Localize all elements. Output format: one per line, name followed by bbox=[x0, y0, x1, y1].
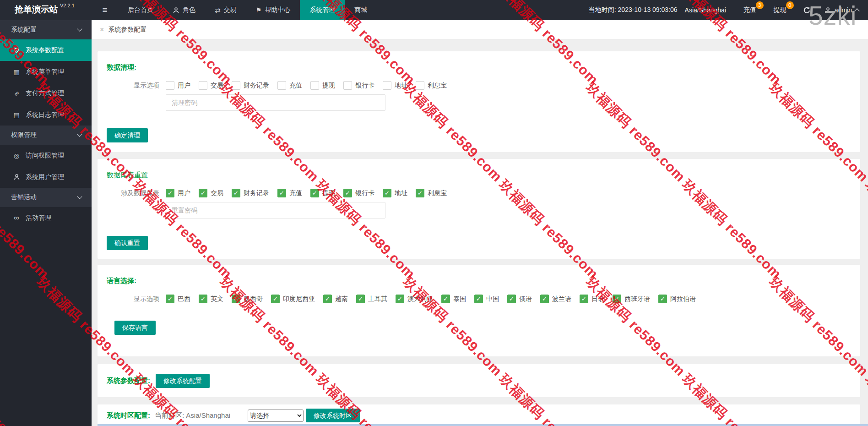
topbar-item[interactable]: 后台首页 bbox=[118, 0, 163, 20]
checkbox-checked[interactable]: ✓ bbox=[323, 295, 332, 303]
checkbox-option-波兰语[interactable]: ✓波兰语 bbox=[540, 295, 571, 303]
topbar-action-充值[interactable]: 充值3 bbox=[743, 6, 756, 14]
checkbox-checked[interactable]: ✓ bbox=[441, 295, 450, 303]
checkbox-checked[interactable]: ✓ bbox=[343, 189, 352, 197]
checkbox-checked[interactable]: ✓ bbox=[658, 295, 667, 303]
checkbox-option-交易[interactable]: ✓交易 bbox=[199, 189, 223, 197]
checkbox-unchecked[interactable] bbox=[232, 81, 240, 90]
checkbox-option-银行卡[interactable]: ✓银行卡 bbox=[343, 189, 374, 197]
checkbox-checked[interactable]: ✓ bbox=[199, 295, 207, 303]
checkbox-checked[interactable]: ✓ bbox=[540, 295, 549, 303]
topbar-item[interactable]: 商城 bbox=[345, 0, 377, 20]
modify-timezone-button[interactable]: 修改系统时区 bbox=[306, 409, 360, 422]
checkbox-label: 利息宝 bbox=[428, 82, 447, 90]
checkbox-option-澳大利亚[interactable]: ✓澳大利亚 bbox=[396, 295, 433, 303]
checkbox-option-充值[interactable]: 充值 bbox=[277, 81, 302, 90]
close-icon[interactable]: × bbox=[100, 26, 104, 33]
checkbox-checked[interactable]: ✓ bbox=[232, 189, 240, 197]
checkbox-checked[interactable]: ✓ bbox=[166, 295, 174, 303]
save-language-button[interactable]: 保存语言 bbox=[114, 321, 156, 335]
checkbox-checked[interactable]: ✓ bbox=[613, 295, 621, 303]
checkbox-checked[interactable]: ✓ bbox=[356, 295, 365, 303]
checkbox-option-西班牙语[interactable]: ✓西班牙语 bbox=[613, 295, 650, 303]
checkbox-option-交易[interactable]: 交易 bbox=[199, 81, 223, 90]
sidebar-section-营销活动[interactable]: 营销活动 bbox=[0, 188, 92, 207]
checkbox-unchecked[interactable] bbox=[310, 81, 319, 90]
checkbox-checked[interactable]: ✓ bbox=[232, 295, 240, 303]
tab-system-param-config[interactable]: 系统参数配置 bbox=[108, 26, 146, 34]
checkbox-checked[interactable]: ✓ bbox=[396, 295, 404, 303]
topbar-item[interactable]: 角色 bbox=[163, 0, 205, 20]
reset-password-input[interactable] bbox=[166, 202, 385, 218]
horizontal-scrollbar[interactable] bbox=[98, 424, 868, 426]
checkbox-unchecked[interactable] bbox=[199, 81, 207, 90]
checkbox-unchecked[interactable] bbox=[383, 81, 391, 90]
checkbox-option-巴西[interactable]: ✓巴西 bbox=[166, 295, 190, 303]
topbar-right: 当地时间: 2023-10-13 09:03:06 Asia/Shanghai … bbox=[589, 0, 868, 20]
checkbox-option-提现[interactable]: ✓提现 bbox=[310, 189, 335, 197]
sidebar-item-系统菜单管理[interactable]: ▦系统菜单管理 bbox=[0, 61, 92, 82]
timezone-select[interactable]: 请选择 bbox=[248, 410, 304, 422]
topbar-item[interactable]: 系统管理 bbox=[300, 0, 345, 20]
checkbox-checked[interactable]: ✓ bbox=[271, 295, 280, 303]
topbar: 抢单演示站 V2.2.1 ≡ 后台首页角色⇄交易⚑帮助中心系统管理商城 当地时间… bbox=[0, 0, 868, 20]
checkbox-option-银行卡[interactable]: 银行卡 bbox=[343, 81, 374, 90]
checkbox-option-财务记录[interactable]: 财务记录 bbox=[232, 81, 269, 90]
checkbox-checked[interactable]: ✓ bbox=[507, 295, 516, 303]
checkbox-option-中国[interactable]: ✓中国 bbox=[474, 295, 499, 303]
topbar-item[interactable]: ⇄交易 bbox=[205, 0, 246, 20]
checkbox-unchecked[interactable] bbox=[416, 81, 424, 90]
sidebar-item-访问权限管理[interactable]: ◎访问权限管理 bbox=[0, 145, 92, 166]
sidebar-item-系统参数配置[interactable]: ⚙系统参数配置 bbox=[0, 39, 92, 61]
checkbox-checked[interactable]: ✓ bbox=[416, 189, 424, 197]
checkbox-option-阿拉伯语[interactable]: ✓阿拉伯语 bbox=[658, 295, 696, 303]
checkbox-option-俄语[interactable]: ✓俄语 bbox=[507, 295, 532, 303]
checkbox-unchecked[interactable] bbox=[343, 81, 352, 90]
checkbox-option-日语[interactable]: ✓日语 bbox=[580, 295, 604, 303]
checkbox-option-越南[interactable]: ✓越南 bbox=[323, 295, 348, 303]
checkbox-unchecked[interactable] bbox=[277, 81, 286, 90]
cleanup-password-input[interactable] bbox=[166, 94, 385, 111]
checkbox-option-利息宝[interactable]: ✓利息宝 bbox=[416, 189, 447, 197]
topbar-action-提现[interactable]: 提现0 bbox=[774, 6, 787, 14]
checkbox-unchecked[interactable] bbox=[166, 81, 174, 90]
modify-system-config-button[interactable]: 修改系统配置 bbox=[156, 374, 210, 388]
current-timezone-label: 当前时区: Asia/Shanghai bbox=[155, 411, 230, 420]
sidebar-item-label: 活动管理 bbox=[26, 214, 51, 222]
checkbox-option-充值[interactable]: ✓充值 bbox=[277, 189, 302, 197]
user-menu[interactable]: admin bbox=[825, 6, 859, 14]
refresh-icon[interactable] bbox=[803, 6, 811, 14]
checkbox-checked[interactable]: ✓ bbox=[277, 189, 286, 197]
chevron-down-icon bbox=[77, 131, 82, 137]
checkbox-option-印度尼西亚[interactable]: ✓印度尼西亚 bbox=[271, 295, 315, 303]
sidebar-item-活动管理[interactable]: ∞活动管理 bbox=[0, 207, 92, 229]
checkbox-checked[interactable]: ✓ bbox=[310, 189, 319, 197]
checkbox-option-英文[interactable]: ✓英文 bbox=[199, 295, 223, 303]
sidebar-section-系统配置[interactable]: 系统配置 bbox=[0, 20, 92, 39]
confirm-cleanup-button[interactable]: 确定清理 bbox=[107, 128, 148, 142]
confirm-reset-button[interactable]: 确认重置 bbox=[107, 236, 148, 250]
hamburger-menu-icon[interactable]: ≡ bbox=[92, 0, 118, 20]
checkbox-option-土耳其[interactable]: ✓土耳其 bbox=[356, 295, 387, 303]
checkbox-checked[interactable]: ✓ bbox=[580, 295, 588, 303]
checkbox-option-提现[interactable]: 提现 bbox=[310, 81, 335, 90]
checkbox-option-墨西哥[interactable]: ✓墨西哥 bbox=[232, 295, 263, 303]
topbar-item[interactable]: ⚑帮助中心 bbox=[246, 0, 300, 20]
checkbox-checked[interactable]: ✓ bbox=[166, 189, 174, 197]
checkbox-option-财务记录[interactable]: ✓财务记录 bbox=[232, 189, 269, 197]
checkbox-option-地址[interactable]: ✓地址 bbox=[383, 189, 407, 197]
checkbox-option-泰国[interactable]: ✓泰国 bbox=[441, 295, 466, 303]
checkbox-checked[interactable]: ✓ bbox=[383, 189, 391, 197]
checkbox-option-利息宝[interactable]: 利息宝 bbox=[416, 81, 447, 90]
sidebar-item-支付方式管理[interactable]: ∞支付方式管理 bbox=[0, 82, 92, 104]
checkbox-option-用户[interactable]: 用户 bbox=[166, 81, 190, 90]
sidebar-item-系统日志管理[interactable]: ▤系统日志管理 bbox=[0, 104, 92, 126]
checkbox-checked[interactable]: ✓ bbox=[199, 189, 207, 197]
checkbox-option-地址[interactable]: 地址 bbox=[383, 81, 407, 90]
sidebar-item-系统用户管理[interactable]: 系统用户管理 bbox=[0, 166, 92, 188]
checkbox-label: 中国 bbox=[486, 295, 499, 303]
checkbox-option-用户[interactable]: ✓用户 bbox=[166, 189, 190, 197]
sidebar-section-权限管理[interactable]: 权限管理 bbox=[0, 126, 92, 145]
reset-options: ✓用户✓交易✓财务记录✓充值✓提现✓银行卡✓地址✓利息宝 bbox=[166, 189, 447, 197]
checkbox-checked[interactable]: ✓ bbox=[474, 295, 483, 303]
